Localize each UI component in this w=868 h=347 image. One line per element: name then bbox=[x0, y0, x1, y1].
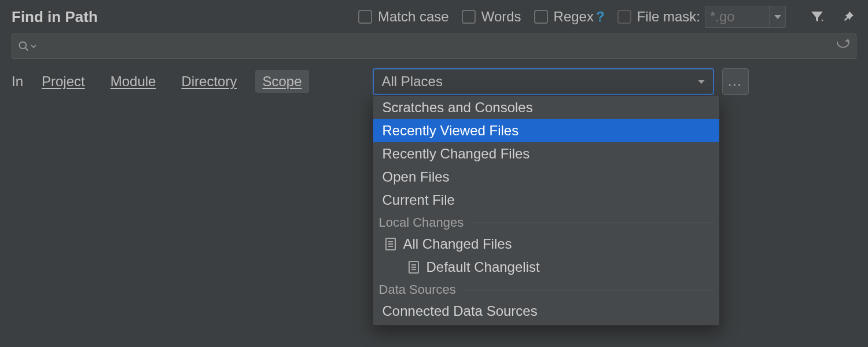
checkbox-icon bbox=[534, 10, 548, 24]
checkbox-icon bbox=[462, 10, 476, 24]
dropdown-item[interactable]: Open Files bbox=[373, 165, 719, 189]
regex-option[interactable]: Regex ? bbox=[534, 9, 605, 25]
scope-label: In bbox=[12, 73, 23, 90]
svg-line-1 bbox=[25, 48, 28, 51]
dropdown-item[interactable]: All Changed Files bbox=[373, 232, 719, 256]
scope-tabs-row: In Project Module Directory Scope All Pl… bbox=[0, 65, 868, 95]
tab-module[interactable]: Module bbox=[104, 70, 163, 93]
scope-browse-button[interactable]: ... bbox=[722, 68, 749, 95]
scope-select-wrap: All Places ... Scratches and Consoles Re… bbox=[373, 68, 749, 95]
file-mask-option[interactable]: File mask: bbox=[617, 9, 700, 25]
search-icon bbox=[18, 40, 36, 52]
words-option[interactable]: Words bbox=[462, 9, 521, 25]
dropdown-item[interactable]: Recently Viewed Files bbox=[373, 119, 719, 142]
chevron-down-icon bbox=[769, 6, 785, 27]
ellipsis-icon: ... bbox=[728, 74, 742, 89]
svg-point-0 bbox=[20, 42, 27, 49]
dropdown-item[interactable]: Recently Changed Files bbox=[373, 142, 719, 165]
chevron-down-icon bbox=[31, 43, 36, 49]
scope-select[interactable]: All Places bbox=[373, 68, 714, 95]
dropdown-group-data-sources: Data Sources bbox=[373, 279, 719, 300]
pin-icon[interactable] bbox=[840, 9, 856, 25]
changelist-icon bbox=[408, 260, 420, 274]
file-mask-group: File mask: *.go bbox=[617, 6, 786, 28]
changelist-icon bbox=[385, 237, 396, 251]
scope-dropdown: Scratches and Consoles Recently Viewed F… bbox=[373, 96, 720, 326]
dropdown-item[interactable]: Current File bbox=[373, 189, 719, 212]
match-case-label: Match case bbox=[378, 9, 449, 25]
filter-icon[interactable] bbox=[809, 9, 825, 25]
dialog-header: Find in Path Match case Words Regex ? Fi… bbox=[0, 0, 868, 34]
dropdown-group-local-changes: Local Changes bbox=[373, 212, 719, 232]
search-row bbox=[0, 34, 868, 65]
checkbox-icon bbox=[617, 10, 631, 24]
tab-directory[interactable]: Directory bbox=[174, 70, 244, 93]
dropdown-item[interactable]: Scratches and Consoles bbox=[373, 96, 719, 119]
regex-label: Regex bbox=[554, 9, 594, 25]
dropdown-item[interactable]: Default Changelist bbox=[373, 256, 719, 279]
tab-scope[interactable]: Scope bbox=[255, 70, 308, 93]
scope-selected-value: All Places bbox=[382, 73, 443, 90]
history-icon[interactable] bbox=[835, 38, 850, 54]
chevron-down-icon bbox=[698, 80, 705, 84]
file-mask-label: File mask: bbox=[637, 9, 700, 25]
checkbox-icon bbox=[358, 10, 372, 24]
header-actions bbox=[809, 9, 856, 25]
dropdown-item[interactable]: Connected Data Sources bbox=[373, 300, 719, 323]
match-case-option[interactable]: Match case bbox=[358, 9, 449, 25]
tab-project[interactable]: Project bbox=[35, 70, 92, 93]
search-input[interactable] bbox=[12, 34, 856, 59]
file-mask-value: *.go bbox=[710, 9, 735, 25]
words-label: Words bbox=[481, 9, 521, 25]
file-mask-select[interactable]: *.go bbox=[705, 6, 786, 28]
dialog-title: Find in Path bbox=[12, 8, 98, 26]
regex-help-icon[interactable]: ? bbox=[596, 9, 605, 25]
